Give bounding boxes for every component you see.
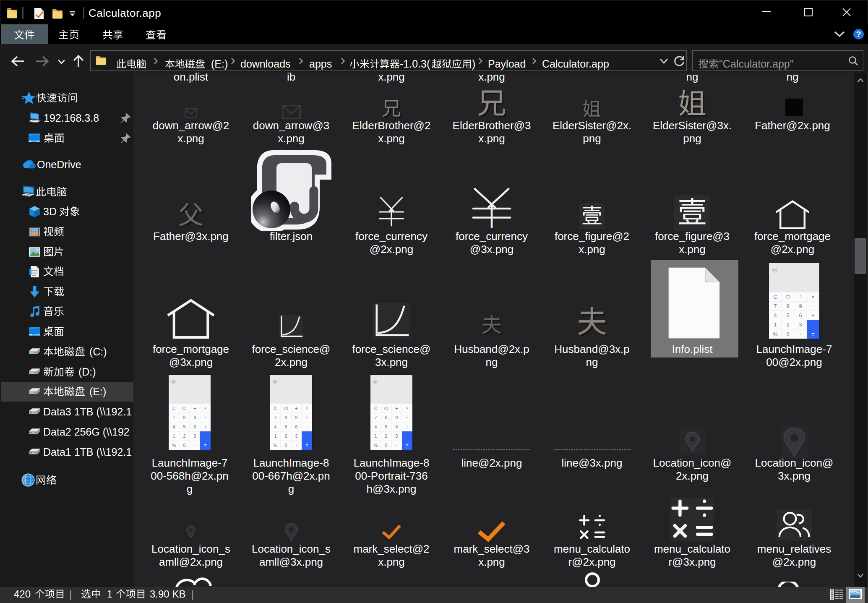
svg-text:1: 1 [774, 322, 777, 328]
svg-text:6: 6 [799, 313, 802, 318]
svg-text:·: · [296, 443, 297, 448]
svg-text:×: × [204, 406, 206, 411]
svg-text:·: · [396, 443, 398, 448]
svg-text:C: C [374, 406, 378, 411]
svg-text:9: 9 [295, 415, 298, 420]
svg-text:=: = [811, 332, 814, 337]
svg-text:=: = [406, 443, 408, 448]
svg-text:7: 7 [274, 415, 277, 420]
svg-text:+: + [406, 424, 408, 429]
svg-text:+: + [305, 424, 308, 429]
svg-text:−: − [811, 303, 814, 309]
svg-text:−: − [406, 415, 408, 420]
svg-text:6: 6 [295, 424, 298, 429]
svg-text:1: 1 [274, 433, 277, 439]
svg-text:C: C [274, 406, 277, 411]
svg-text:÷: ÷ [295, 406, 298, 411]
svg-text:0: 0 [385, 443, 388, 448]
svg-text:8: 8 [285, 415, 287, 420]
svg-text:%: % [374, 443, 378, 448]
svg-text:+: + [811, 313, 814, 318]
svg-text:8: 8 [385, 415, 388, 420]
svg-text:8: 8 [183, 415, 186, 420]
svg-text:5: 5 [285, 424, 287, 429]
svg-text:3: 3 [799, 322, 802, 328]
svg-text:7: 7 [375, 415, 377, 420]
svg-text:÷: ÷ [194, 406, 196, 411]
svg-text:C: C [172, 406, 176, 411]
svg-text:9: 9 [799, 303, 802, 309]
svg-text:+: + [204, 424, 206, 429]
svg-text:÷: ÷ [396, 406, 398, 411]
svg-text:5: 5 [385, 424, 388, 429]
svg-text:×: × [811, 294, 814, 300]
svg-text:·: · [800, 332, 801, 337]
svg-text:4: 4 [375, 424, 377, 429]
svg-text:2: 2 [385, 433, 388, 439]
svg-text:÷: ÷ [799, 294, 802, 300]
svg-text:4: 4 [173, 424, 175, 429]
svg-text:0: 0 [786, 332, 789, 337]
svg-text:×: × [305, 406, 308, 411]
svg-text:×: × [406, 406, 408, 411]
svg-text:1: 1 [375, 433, 377, 439]
svg-text:8: 8 [786, 303, 789, 309]
svg-text:5: 5 [786, 313, 789, 318]
svg-text:=: = [305, 443, 308, 448]
svg-text:6: 6 [396, 424, 398, 429]
svg-text:·: · [194, 443, 196, 448]
svg-text:2: 2 [786, 322, 789, 328]
svg-text:7: 7 [774, 303, 777, 309]
svg-text:=: = [204, 443, 206, 448]
svg-text:1: 1 [173, 433, 175, 439]
svg-text:6: 6 [194, 424, 196, 429]
svg-text:3: 3 [194, 433, 196, 439]
svg-text:2: 2 [285, 433, 287, 439]
svg-text:4: 4 [274, 424, 277, 429]
svg-text:3: 3 [396, 433, 398, 439]
svg-text:7: 7 [173, 415, 175, 420]
svg-text:9: 9 [194, 415, 196, 420]
svg-text:9: 9 [396, 415, 398, 420]
svg-text:2: 2 [183, 433, 186, 439]
svg-text:−: − [204, 415, 206, 420]
svg-text:0: 0 [285, 443, 287, 448]
svg-text:%: % [172, 443, 176, 448]
svg-text:3: 3 [295, 433, 298, 439]
svg-text:4: 4 [774, 313, 777, 318]
svg-text:5: 5 [183, 424, 186, 429]
svg-text:0: 0 [183, 443, 186, 448]
svg-text:−: − [305, 415, 308, 420]
svg-text:%: % [773, 332, 777, 337]
svg-text:C: C [773, 294, 777, 300]
svg-text:%: % [274, 443, 277, 448]
